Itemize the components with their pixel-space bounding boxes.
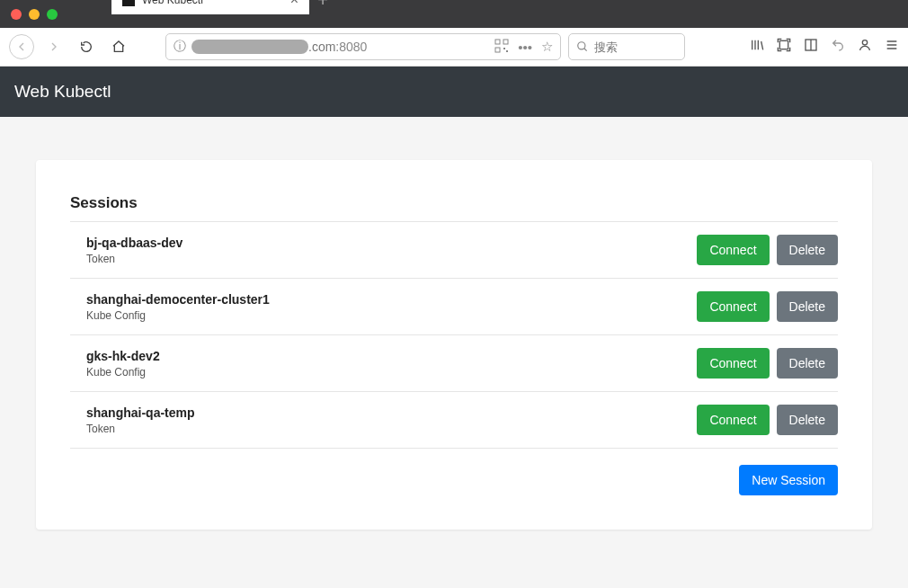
undo-icon[interactable] [831,38,845,56]
session-name: gks-hk-dev2 [86,349,160,363]
browser-tab[interactable]: Web Kubectl × [111,0,309,14]
search-bar[interactable] [568,33,685,60]
sessions-heading: Sessions [70,194,838,212]
session-info: shanghai-qa-tempToken [86,405,195,435]
arrow-right-icon [47,40,61,54]
library-icon[interactable] [750,38,764,56]
search-input[interactable] [594,40,677,54]
new-session-button[interactable]: New Session [739,465,838,495]
session-row: shanghai-qa-tempTokenConnectDelete [70,391,838,449]
page-body: Sessions bj-qa-dbaas-devTokenConnectDele… [0,117,908,573]
url-port: :8080 [335,40,367,54]
back-button[interactable] [9,34,34,59]
connect-button[interactable]: Connect [697,348,769,379]
minimize-window-button[interactable] [29,9,40,20]
session-name: shanghai-democenter-cluster1 [86,292,270,307]
url-suffix: .com [308,40,335,54]
search-icon [576,40,589,53]
session-type: Kube Config [86,366,160,379]
session-type: Token [86,423,195,435]
tab-close-button[interactable]: × [290,0,298,8]
home-icon [111,40,126,54]
toolbar-right-icons [750,38,899,56]
titlebar: Web Kubectl × + [0,0,908,28]
reader-icon[interactable] [804,38,818,56]
menu-icon[interactable] [885,38,899,56]
session-actions: ConnectDelete [697,291,838,322]
tab-favicon [122,0,135,6]
qr-icon[interactable] [494,39,509,56]
url-display: .com :8080 [191,40,489,54]
connect-button[interactable]: Connect [697,405,769,435]
page-actions-button[interactable]: ••• [518,40,532,55]
sessions-card: Sessions bj-qa-dbaas-devTokenConnectDele… [36,160,872,530]
arrow-left-icon [14,40,29,54]
card-footer: New Session [70,465,838,495]
svg-rect-0 [495,40,500,44]
sessions-list: bj-qa-dbaas-devTokenConnectDeleteshangha… [70,221,838,449]
session-row: gks-hk-dev2Kube ConfigConnectDelete [70,334,838,391]
connect-button[interactable]: Connect [697,291,769,322]
account-icon[interactable] [858,38,872,56]
tab-title: Web Kubectl [142,0,283,6]
app-title: Web Kubectl [14,82,111,102]
session-actions: ConnectDelete [697,235,838,265]
svg-rect-1 [503,40,508,44]
url-host-redacted [191,40,308,54]
site-info-icon[interactable]: ⓘ [174,39,186,55]
session-info: bj-qa-dbaas-devToken [86,236,182,265]
session-actions: ConnectDelete [697,405,838,435]
session-name: bj-qa-dbaas-dev [86,236,182,250]
new-tab-button[interactable]: + [309,0,336,14]
bookmark-star-icon[interactable]: ☆ [541,39,553,55]
browser-toolbar: ⓘ .com :8080 ••• ☆ [0,28,908,67]
svg-rect-6 [779,40,788,49]
qr-code-icon [494,39,509,53]
close-window-button[interactable] [11,9,22,20]
session-actions: ConnectDelete [697,348,838,379]
maximize-window-button[interactable] [47,9,58,20]
svg-point-8 [862,40,867,45]
session-type: Kube Config [86,309,270,322]
screenshot-icon[interactable] [777,38,791,56]
reload-button[interactable] [74,34,99,59]
session-info: shanghai-democenter-cluster1Kube Config [86,292,270,322]
svg-rect-3 [503,48,505,49]
delete-button[interactable]: Delete [777,348,838,379]
session-row: bj-qa-dbaas-devTokenConnectDelete [70,221,838,278]
svg-rect-2 [495,48,500,52]
session-row: shanghai-democenter-cluster1Kube ConfigC… [70,278,838,334]
session-info: gks-hk-dev2Kube Config [86,349,160,379]
window-controls [11,9,58,20]
delete-button[interactable]: Delete [777,291,838,322]
svg-point-5 [578,42,585,49]
session-type: Token [86,253,182,265]
address-bar[interactable]: ⓘ .com :8080 ••• ☆ [165,33,561,60]
delete-button[interactable]: Delete [777,235,838,265]
forward-button[interactable] [41,34,67,59]
browser-chrome: Web Kubectl × + [0,0,908,28]
connect-button[interactable]: Connect [697,235,769,265]
home-button[interactable] [106,34,131,59]
delete-button[interactable]: Delete [777,405,838,435]
reload-icon [79,40,93,54]
svg-rect-4 [506,50,508,52]
session-name: shanghai-qa-temp [86,405,195,420]
app-header: Web Kubectl [0,67,908,117]
